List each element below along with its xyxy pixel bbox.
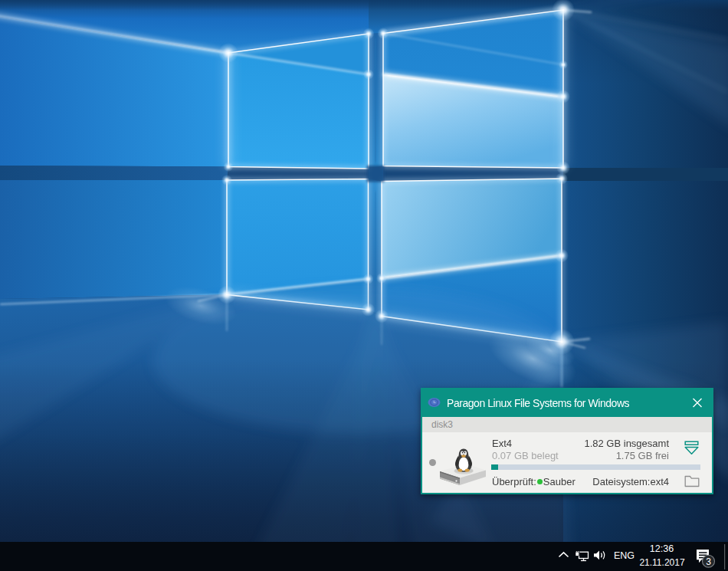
- svg-text:3: 3: [706, 556, 711, 567]
- svg-text:21.11.2017: 21.11.2017: [639, 557, 684, 568]
- svg-text:12:36: 12:36: [650, 543, 674, 554]
- svg-text:ENG: ENG: [614, 550, 635, 561]
